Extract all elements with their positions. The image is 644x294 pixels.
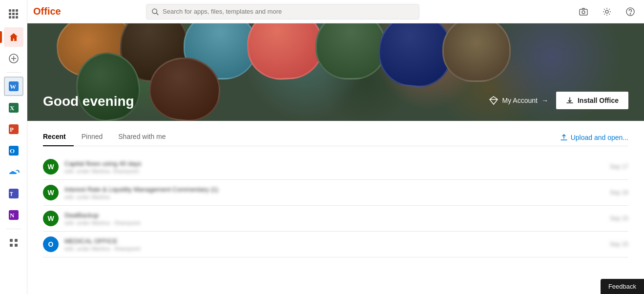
svg-text:W: W (10, 83, 16, 90)
search-input[interactable] (163, 8, 414, 15)
file-icon-2: W (43, 211, 59, 226)
file-name-1: Interest Rate & Liquidity Management Com… (64, 186, 583, 193)
sidebar-divider-2 (6, 229, 21, 229)
sidebar-item-outlook[interactable]: O (4, 141, 23, 160)
hero-greeting: Good evening (43, 94, 134, 109)
sidebar-item-new[interactable] (4, 49, 23, 68)
svg-rect-19 (580, 9, 587, 15)
file-date-2: Sep 15 (589, 215, 628, 222)
sidebar: W X P O T (0, 0, 27, 294)
topbar: Office (27, 0, 644, 23)
svg-rect-14 (15, 239, 18, 242)
file-name-2: DealBackup (64, 212, 583, 219)
all-apps-icon (9, 238, 19, 248)
svg-point-23 (630, 13, 630, 14)
file-date-0: Sep 17 (589, 163, 628, 170)
excel-icon: X (8, 102, 20, 114)
file-date-3: Sep 15 (589, 241, 628, 248)
home-icon (9, 32, 19, 42)
teams-icon: T (8, 188, 20, 199)
svg-text:X: X (10, 104, 15, 112)
camera-icon[interactable] (576, 4, 591, 20)
file-meta-3: edit- under Martina - Sharepoint (64, 246, 583, 252)
install-office-button[interactable]: Install Office (556, 92, 628, 109)
svg-line-18 (156, 13, 158, 15)
install-office-label: Install Office (578, 97, 619, 104)
sidebar-item-onedrive[interactable] (4, 162, 23, 182)
settings-icon[interactable] (599, 4, 615, 20)
tab-recent[interactable]: Recent (43, 129, 74, 146)
file-info-1: Interest Rate & Liquidity Management Com… (64, 186, 583, 200)
waffle-icon (9, 9, 18, 19)
svg-point-17 (152, 9, 157, 14)
feedback-button[interactable]: Feedback (601, 279, 644, 294)
sidebar-item-all-apps[interactable] (4, 233, 23, 253)
svg-point-20 (582, 11, 585, 14)
hero-actions: My Account → Install Office (489, 92, 628, 109)
sidebar-item-teams[interactable]: T (4, 184, 23, 203)
file-icon-1: W (43, 185, 59, 200)
app-logo: Office (33, 6, 61, 17)
file-info-3: MEDICAL OFFICE edit- under Martina - Sha… (64, 237, 583, 252)
my-account-label: My Account (502, 97, 538, 104)
search-icon (151, 8, 159, 16)
file-row-2[interactable]: W DealBackup edit- under Martina - Share… (43, 206, 628, 232)
file-icon-0: W (43, 159, 59, 175)
svg-marker-24 (490, 97, 498, 104)
sidebar-item-onenote[interactable]: N (4, 205, 23, 225)
upload-icon (560, 134, 568, 141)
topbar-icons (576, 4, 638, 20)
download-icon (566, 97, 574, 104)
main-content: Office (27, 0, 644, 294)
sidebar-item-home[interactable] (4, 27, 23, 47)
help-icon[interactable] (623, 4, 638, 20)
file-meta-2: edit- under Martina - Sharepoint (64, 220, 583, 226)
svg-rect-13 (10, 239, 13, 242)
file-meta-1: edit- under Martina (64, 194, 583, 200)
diamond-icon (489, 96, 499, 105)
content-area: Recent Pinned Shared with me Upload and … (27, 121, 644, 294)
file-icon-3: O (43, 236, 59, 252)
file-row-0[interactable]: W Capital flows using 40 days edit- unde… (43, 154, 628, 180)
file-name-0: Capital flows using 40 days (64, 160, 583, 167)
file-name-3: MEDICAL OFFICE (64, 237, 583, 245)
file-date-1: Sep 16 (589, 189, 628, 196)
hero-banner: Good evening My Account → Install Office (27, 23, 644, 121)
file-row-1[interactable]: W Interest Rate & Liquidity Management C… (43, 180, 628, 206)
word-icon: W (8, 80, 20, 92)
svg-rect-16 (15, 244, 18, 247)
active-indicator (0, 31, 2, 43)
tab-pinned[interactable]: Pinned (74, 129, 111, 146)
powerpoint-icon: P (8, 123, 20, 135)
onenote-icon: N (8, 209, 20, 221)
sidebar-item-powerpoint[interactable]: P (4, 119, 23, 139)
file-list: W Capital flows using 40 days edit- unde… (43, 154, 628, 257)
svg-text:N: N (10, 212, 15, 219)
onedrive-icon (8, 167, 20, 177)
svg-rect-15 (10, 244, 13, 247)
sidebar-item-excel[interactable]: X (4, 98, 23, 118)
my-account-button[interactable]: My Account → (489, 96, 548, 105)
sidebar-item-waffle[interactable] (4, 4, 23, 23)
file-row-3[interactable]: O MEDICAL OFFICE edit- under Martina - S… (43, 232, 628, 257)
tabs-row: Recent Pinned Shared with me Upload and … (43, 129, 628, 146)
sidebar-item-word[interactable]: W (4, 77, 23, 96)
search-bar[interactable] (146, 4, 419, 20)
upload-open-label: Upload and open... (571, 134, 628, 141)
sidebar-divider-1 (6, 72, 21, 73)
file-info-2: DealBackup edit- under Martina - Sharepo… (64, 212, 583, 226)
svg-text:O: O (10, 147, 15, 155)
plus-icon (9, 54, 19, 63)
upload-open-button[interactable]: Upload and open... (560, 134, 628, 141)
svg-point-21 (605, 10, 608, 13)
svg-text:P: P (10, 126, 14, 133)
tab-shared-with-me[interactable]: Shared with me (110, 129, 173, 146)
outlook-icon: O (8, 145, 20, 157)
my-account-arrow: → (541, 97, 548, 104)
file-meta-0: edit- under Martina- Sharepoint (64, 168, 583, 174)
svg-text:T: T (10, 191, 13, 197)
file-info-0: Capital flows using 40 days edit- under … (64, 160, 583, 174)
